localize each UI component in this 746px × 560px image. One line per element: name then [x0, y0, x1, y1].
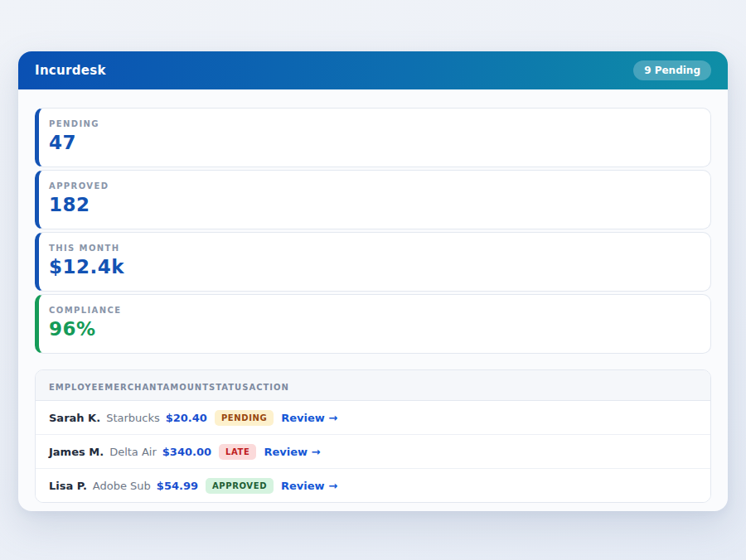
- stat-card-compliance: COMPLIANCE 96%: [35, 294, 711, 354]
- column-header-status: STATUS: [209, 383, 249, 392]
- status-badge: APPROVED: [206, 478, 274, 494]
- stat-value: 47: [49, 132, 699, 153]
- app-title: Incurdesk: [35, 63, 106, 78]
- stat-card-pending: PENDING 47: [35, 108, 711, 167]
- amount-value: $340.00: [162, 446, 211, 458]
- stat-card-this-month: THIS MONTH $12.4k: [35, 232, 711, 292]
- status-badge: PENDING: [215, 410, 274, 426]
- review-link[interactable]: Review →: [281, 412, 337, 424]
- merchant-name: Starbucks: [106, 412, 160, 424]
- pending-count-badge: 9 Pending: [633, 60, 711, 80]
- stat-label: PENDING: [49, 119, 699, 128]
- amount-value: $20.40: [166, 412, 207, 424]
- incurdesk-app-card: Incurdesk 9 Pending PENDING 47 APPROVED …: [18, 51, 728, 511]
- table-row: Sarah K. Starbucks $20.40 PENDING Review…: [36, 401, 710, 435]
- stats-section: PENDING 47 APPROVED 182 THIS MONTH $12.4…: [35, 108, 711, 354]
- stat-value: 182: [49, 194, 699, 215]
- expenses-table: EMPLOYEEMERCHANTAMOUNTSTATUSACTION Sarah…: [35, 369, 711, 503]
- review-link[interactable]: Review →: [264, 446, 320, 458]
- stat-card-approved: APPROVED 182: [35, 170, 711, 229]
- app-header: Incurdesk 9 Pending: [18, 51, 728, 89]
- merchant-name: Delta Air: [109, 446, 157, 458]
- column-header-employee: EMPLOYEE: [49, 383, 104, 392]
- table-header-row: EMPLOYEEMERCHANTAMOUNTSTATUSACTION: [36, 370, 710, 401]
- column-header-action: ACTION: [249, 383, 289, 392]
- employee-name: Lisa P.: [49, 480, 87, 492]
- stat-label: THIS MONTH: [49, 244, 699, 253]
- status-badge: LATE: [219, 444, 256, 460]
- stat-label: COMPLIANCE: [49, 306, 699, 315]
- table-row: James M. Delta Air $340.00 LATE Review →: [36, 435, 710, 469]
- stat-value: $12.4k: [49, 256, 699, 278]
- review-link[interactable]: Review →: [281, 480, 337, 492]
- amount-value: $54.99: [157, 480, 198, 492]
- column-header-amount: AMOUNT: [163, 383, 210, 392]
- stat-value: 96%: [49, 318, 699, 340]
- column-header-merchant: MERCHANT: [104, 383, 162, 392]
- merchant-name: Adobe Sub: [93, 480, 151, 492]
- table-row: Lisa P. Adobe Sub $54.99 APPROVED Review…: [36, 469, 710, 502]
- employee-name: James M.: [49, 446, 104, 458]
- app-content: PENDING 47 APPROVED 182 THIS MONTH $12.4…: [18, 89, 728, 503]
- employee-name: Sarah K.: [49, 412, 100, 424]
- stat-label: APPROVED: [49, 181, 699, 191]
